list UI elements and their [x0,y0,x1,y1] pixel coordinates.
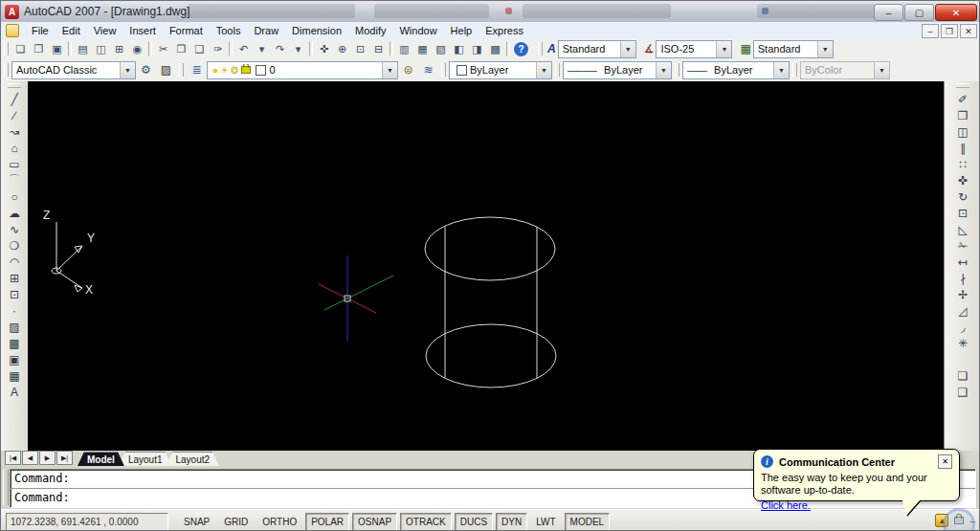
toolbar-button-icon[interactable]: ✑ [209,40,227,57]
toolbar-button-icon[interactable]: ▾ [253,40,271,57]
toolbar-grip[interactable] [8,83,21,88]
status-toggle-button[interactable]: MODEL [565,513,611,531]
color-combo[interactable]: ByLayer ▼ [449,61,552,79]
status-toggle-button[interactable]: LWT [530,513,561,531]
menu-item[interactable]: Insert [122,24,163,37]
modify-tool-button[interactable]: ◞ [953,319,972,335]
toolbar-button-icon[interactable] [148,41,152,56]
menu-item[interactable]: Help [444,24,479,37]
menu-item[interactable]: Draw [247,24,285,37]
toolbar-grip[interactable] [441,63,446,77]
layer-color-swatch[interactable] [256,65,266,76]
chevron-down-icon[interactable]: ▼ [620,41,635,57]
menu-item[interactable]: Modify [348,24,392,37]
menu-item[interactable]: Format [163,24,210,37]
maximize-button[interactable]: ▢ [904,4,934,21]
toolbar-button-icon[interactable]: ↷ [271,40,289,57]
draw-tool-button[interactable]: ▩ [5,335,24,351]
modify-tool-button[interactable]: ∤ [953,270,972,286]
menu-item[interactable]: Window [392,24,443,37]
draw-tool-button[interactable]: ∕ [5,107,24,123]
toolbar-grip[interactable] [4,42,9,55]
toolbar-button-icon[interactable] [390,41,393,56]
draw-tool-button[interactable]: ▦ [5,367,24,384]
status-toggle-button[interactable]: SNAP [178,513,215,531]
lineweight-combo[interactable]: —— ByLayer ▼ [682,61,790,79]
draw-tool-button[interactable]: ⊡ [5,286,24,302]
toolbar-grip[interactable] [675,63,679,77]
toolbar-button-icon[interactable]: ✜ [315,40,333,57]
workspace-combo[interactable]: AutoCAD Classic ▼ [11,61,136,79]
toolbar-button-icon[interactable]: ▾ [289,40,307,57]
toolbar-button-icon[interactable] [506,41,510,56]
command-window-grip[interactable] [3,470,9,505]
menu-item[interactable]: File [25,24,56,37]
modify-tool-button[interactable]: ↻ [953,188,972,205]
toolbar-grip[interactable] [792,63,797,77]
balloon-close-button[interactable]: ✕ [938,454,952,469]
layer-lock-icon[interactable] [241,66,251,74]
draw-tool-button[interactable]: ◠ [5,254,24,270]
modify-tool-button[interactable]: ❑ [953,384,972,400]
toolbar-button-icon[interactable]: ◨ [468,40,486,57]
toolbar-button-icon[interactable]: ▣ [48,40,66,57]
toolbar-button-icon[interactable]: ▦ [413,40,432,57]
status-toggle-button[interactable]: DUCS [455,513,493,531]
menu-item[interactable]: Edit [56,24,87,37]
text-style-combo[interactable]: Standard ▼ [558,40,636,58]
workspace-settings-button[interactable]: ⚙ [136,61,156,78]
menu-item[interactable]: Express [479,24,530,37]
draw-tool-button[interactable]: ☁ [5,205,24,221]
draw-tool-button[interactable]: ↝ [5,123,24,140]
toolbar-button-icon[interactable]: ⊞ [110,40,128,57]
layer-freeze-sun-icon[interactable]: ☀ [220,65,229,76]
modify-tool-button[interactable]: ✜ [953,172,972,188]
minimize-button[interactable]: – [874,4,903,21]
draw-tool-button[interactable]: ❍ [5,237,24,254]
draw-tool-button[interactable]: ∙ [5,302,24,319]
status-toggle-button[interactable]: OTRACK [400,513,452,531]
chevron-down-icon[interactable]: ▼ [120,62,135,78]
layer-combo[interactable]: ● ☀ ❂ 0 ▼ [207,61,398,79]
layer-properties-manager-button[interactable]: ≣ [187,61,207,78]
modify-tool-button[interactable]: ✐ [953,91,972,107]
toolbar-button-icon[interactable]: ▧ [432,40,450,57]
close-button[interactable]: ✕ [935,4,977,21]
balloon-link[interactable]: Click here. [761,499,811,511]
menu-item[interactable]: View [87,24,123,37]
modify-tool-button[interactable]: ◿ [953,302,972,319]
layer-states-button[interactable]: ≋ [418,61,438,78]
modify-tool-button[interactable]: ⊡ [953,205,972,221]
toolbar-button-icon[interactable]: ◉ [128,40,146,57]
draw-tool-button[interactable]: ○ [5,188,24,205]
save-workspace-button[interactable]: ▨ [156,61,176,78]
tab-nav-button[interactable]: ▶| [56,451,73,465]
menu-item[interactable]: Dimension [285,24,348,37]
modify-tool-button[interactable]: ∷ [953,156,972,172]
status-toggle-button[interactable]: ORTHO [256,513,302,531]
toolbar-button-icon[interactable]: ◫ [92,40,110,57]
toolbar-grip[interactable] [179,63,184,77]
toolbar-grip[interactable] [4,63,9,77]
menu-item[interactable]: Tools [210,24,248,37]
drawing-canvas[interactable]: Z Y X [28,81,945,451]
toolbar-button-icon[interactable]: ❏ [11,40,30,57]
toolbar-button-icon[interactable] [309,41,313,56]
tab-nav-button[interactable]: ◀ [22,451,38,465]
help-button[interactable]: ? [514,42,528,56]
communication-center-icon[interactable]: ▲ [935,514,948,527]
layer-on-bulb-icon[interactable]: ● [212,65,218,76]
mdi-close-button[interactable]: ✕ [960,24,977,38]
chevron-down-icon[interactable]: ▼ [536,62,551,78]
toolbar-button-icon[interactable]: ❒ [30,40,48,57]
toolbar-grip[interactable] [555,63,560,77]
layout-tab[interactable]: Layout2 [166,452,219,466]
toolbar-button-icon[interactable]: ⊡ [351,40,369,57]
toolbar-button-icon[interactable]: ↶ [234,40,253,57]
draw-tool-button[interactable]: A [5,384,24,400]
text-style-icon[interactable]: A [547,42,556,55]
layout-tab[interactable]: Model [78,452,124,466]
mdi-minimize-button[interactable]: – [922,24,939,38]
draw-tool-button[interactable]: ⌂ [5,140,24,156]
draw-tool-button[interactable]: ▣ [5,351,24,367]
